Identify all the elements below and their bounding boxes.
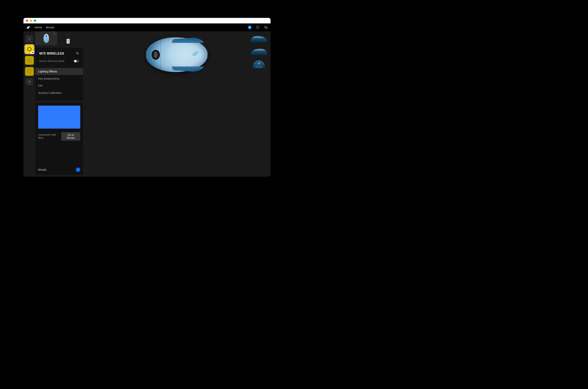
murals-color-dot[interactable]: [76, 167, 80, 172]
memory-mode-label: Device Memory Mode: [39, 60, 64, 63]
settings-icon[interactable]: [264, 25, 268, 30]
device-tabs: [35, 31, 83, 45]
go-to-murals-button[interactable]: Go to Murals: [61, 132, 80, 140]
device-tab-mouse[interactable]: [35, 31, 57, 45]
dongle-icon: [65, 33, 71, 44]
device-panel: M75 WIRELESS Device Memory Mode Lighting…: [35, 48, 83, 100]
lighting-color-preview[interactable]: [38, 106, 80, 129]
sidebar-profile-2[interactable]: [25, 56, 34, 65]
view-thumb-rear[interactable]: [250, 60, 268, 69]
topbar: Home Murals 1 ?: [23, 23, 271, 31]
view-thumb-side-left[interactable]: [250, 34, 268, 44]
device-settings-icon[interactable]: [76, 52, 79, 56]
lighting-preset-name: CORSAIR ONE Blue: [38, 133, 61, 139]
mouse-icon: [43, 34, 49, 43]
close-window-button[interactable]: [26, 19, 28, 22]
expand-sidebar-button[interactable]: [26, 35, 33, 42]
nav-home[interactable]: Home: [35, 26, 42, 29]
corsair-logo-icon: [26, 25, 31, 30]
maximize-window-button[interactable]: [34, 19, 36, 22]
menu-surface-calibration[interactable]: Surface Calibration: [35, 89, 83, 97]
wireless-icon: [53, 32, 56, 36]
menu-lighting-effects[interactable]: Lighting Effects: [35, 68, 83, 75]
titlebar: [23, 18, 271, 23]
device-menu: Lighting Effects Key Assignments DPI Sur…: [39, 68, 79, 97]
device-title: M75 WIRELESS: [39, 52, 64, 55]
corsair-logo-on-mouse-icon: [191, 49, 200, 58]
mouse-top-view: [146, 37, 208, 72]
profile-home-indicator-icon: [31, 51, 34, 54]
nav-murals[interactable]: Murals: [46, 26, 54, 29]
view-thumb-side-right[interactable]: [250, 47, 268, 57]
svg-text:?: ?: [257, 26, 258, 29]
murals-footer-label: Murals: [38, 168, 46, 171]
minimize-window-button[interactable]: [30, 19, 32, 22]
menu-key-assignments[interactable]: Key Assignments: [35, 75, 83, 82]
sidebar: +: [23, 31, 35, 177]
view-thumbnails: [250, 34, 268, 69]
notifications-badge[interactable]: 1: [248, 26, 252, 29]
body: + M75 WIRELESS: [23, 31, 271, 177]
menu-dpi[interactable]: DPI: [35, 82, 83, 89]
device-tab-receiver[interactable]: [57, 31, 79, 45]
sidebar-profile-1[interactable]: [25, 45, 34, 54]
sidebar-profile-3[interactable]: [25, 67, 34, 76]
app-window: Home Murals 1 ?: [23, 18, 271, 177]
add-profile-button[interactable]: +: [26, 78, 33, 85]
help-icon[interactable]: ?: [256, 25, 260, 30]
left-column: M75 WIRELESS Device Memory Mode Lighting…: [35, 31, 83, 177]
memory-mode-toggle[interactable]: [74, 60, 79, 63]
effects-panel: CORSAIR ONE Blue Go to Murals Murals: [35, 103, 83, 175]
device-canvas: [83, 31, 271, 177]
